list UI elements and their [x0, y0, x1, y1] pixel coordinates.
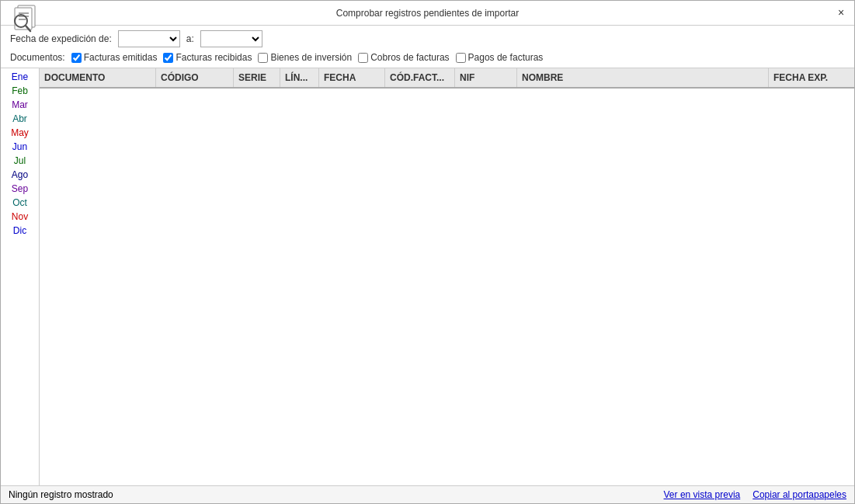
month-item-ene[interactable]: Ene — [1, 70, 39, 84]
status-links: Ver en vista previa Copiar al portapapel… — [664, 489, 846, 500]
document-search-icon — [9, 4, 38, 33]
date-filter-row: Fecha de expedición de: a: — [10, 30, 845, 47]
month-item-nov[interactable]: Nov — [1, 210, 39, 224]
month-item-ago[interactable]: Ago — [1, 168, 39, 182]
month-item-abr[interactable]: Abr — [1, 112, 39, 126]
col-header-fechaexp: FECHA EXP. — [769, 68, 854, 87]
no-records-label: Ningún registro mostrado — [9, 489, 113, 500]
main-area: EneFebMarAbrMayJunJulAgoSepOctNovDic DOC… — [1, 68, 854, 485]
status-bar: Ningún registro mostrado Ver en vista pr… — [1, 485, 854, 503]
month-item-feb[interactable]: Feb — [1, 84, 39, 98]
col-header-codfact: CÓD.FACT... — [385, 68, 455, 87]
checkbox-facturas-recibidas[interactable]: Facturas recibidas — [163, 52, 252, 63]
document-filter-row: Documentos: Facturas emitidas Facturas r… — [10, 52, 845, 63]
checkbox-facturas-emitidas[interactable]: Facturas emitidas — [71, 52, 158, 63]
table-header: DOCUMENTOCÓDIGOSERIELÍN...FECHACÓD.FACT.… — [40, 68, 854, 89]
window-icon-area — [9, 4, 38, 33]
content-area: DOCUMENTOCÓDIGOSERIELÍN...FECHACÓD.FACT.… — [40, 68, 854, 485]
documentos-label: Documentos: — [10, 52, 65, 63]
col-header-documento: DOCUMENTO — [40, 68, 156, 87]
month-sidebar: EneFebMarAbrMayJunJulAgoSepOctNovDic — [1, 68, 40, 485]
col-header-nif: NIF — [455, 68, 517, 87]
toolbar: Fecha de expedición de: a: Documentos: F… — [1, 26, 854, 68]
checkbox-cobros-facturas[interactable]: Cobros de facturas — [358, 52, 449, 63]
main-window: Comprobar registros pendientes de import… — [0, 0, 855, 504]
preview-link[interactable]: Ver en vista previa — [664, 489, 741, 500]
window-title: Comprobar registros pendientes de import… — [336, 8, 519, 19]
col-header-nombre: NOMBRE — [517, 68, 769, 87]
col-header-fecha: FECHA — [319, 68, 385, 87]
copy-link[interactable]: Copiar al portapapeles — [752, 489, 846, 500]
month-item-mar[interactable]: Mar — [1, 98, 39, 112]
table-body — [40, 89, 854, 485]
fecha-label: Fecha de expedición de: — [10, 33, 112, 44]
checkbox-bienes-inversion[interactable]: Bienes de inversión — [258, 52, 352, 63]
close-button[interactable]: × — [834, 5, 848, 19]
date-to-select[interactable] — [200, 30, 262, 47]
month-item-sep[interactable]: Sep — [1, 182, 39, 196]
month-item-jun[interactable]: Jun — [1, 140, 39, 154]
month-item-may[interactable]: May — [1, 126, 39, 140]
title-bar: Comprobar registros pendientes de import… — [1, 1, 854, 26]
month-item-dic[interactable]: Dic — [1, 224, 39, 238]
date-from-select[interactable] — [118, 30, 180, 47]
month-item-oct[interactable]: Oct — [1, 196, 39, 210]
month-item-jul[interactable]: Jul — [1, 154, 39, 168]
a-label: a: — [186, 33, 194, 44]
col-header-lin: LÍN... — [280, 68, 319, 87]
checkbox-pagos-facturas[interactable]: Pagos de facturas — [456, 52, 544, 63]
col-header-serie: SERIE — [234, 68, 280, 87]
col-header-codigo: CÓDIGO — [156, 68, 234, 87]
